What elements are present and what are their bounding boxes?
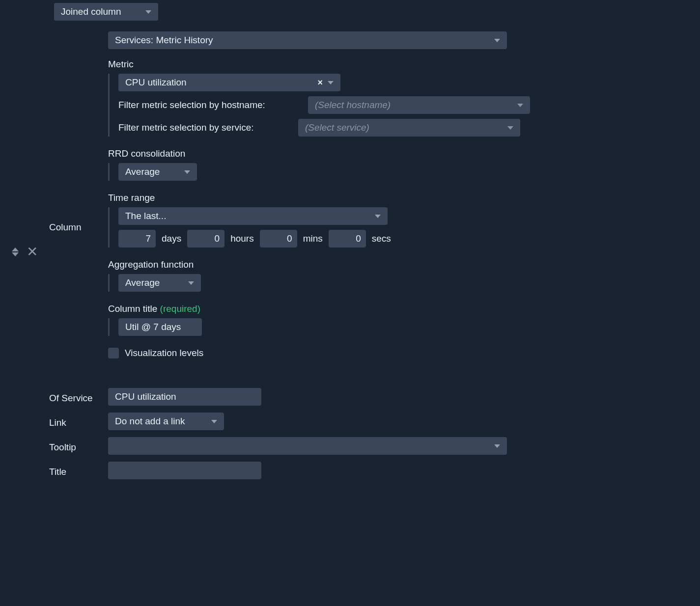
title-input[interactable] [108,462,261,479]
of-service-label: Of Service [49,390,108,404]
column-title-text: Column title [108,303,160,314]
secs-unit-label: secs [372,233,391,244]
filter-service-select[interactable]: (Select service) [298,119,520,137]
reorder-handle[interactable] [12,248,19,256]
filter-hostname-label: Filter metric selection by hostname: [118,100,301,110]
caret-down-icon [507,126,513,130]
caret-down-icon [494,39,500,42]
time-range-dropdown-label: The last... [125,211,166,221]
tooltip-dropdown[interactable] [108,437,507,455]
metric-value-pill[interactable]: CPU utilization × [118,74,340,91]
caret-down-icon [188,281,194,285]
rrd-section-label: RRD consolidation [108,148,680,159]
filter-service-placeholder: (Select service) [305,122,369,133]
services-dropdown[interactable]: Services: Metric History [108,31,507,49]
time-range-label: Time range [108,193,680,203]
of-service-input[interactable] [108,388,261,406]
clear-metric-icon[interactable]: × [317,78,323,88]
aggregation-value: Average [125,277,160,288]
time-range-dropdown[interactable]: The last... [118,207,388,225]
hours-input[interactable] [187,230,224,248]
link-dropdown[interactable]: Do not add a link [108,413,224,430]
services-dropdown-label: Services: Metric History [115,35,213,46]
close-icon[interactable]: ✕ [27,244,38,260]
filter-hostname-select[interactable]: (Select hostname) [308,96,530,114]
required-marker: (required) [160,303,200,314]
visualization-levels-label: Visualization levels [125,348,203,358]
hours-unit-label: hours [230,233,254,244]
caret-down-icon [211,420,217,423]
chevron-up-icon [12,248,19,251]
visualization-levels-checkbox[interactable] [108,348,119,358]
joined-column-dropdown[interactable]: Joined column [54,3,158,21]
column-title-input[interactable] [118,318,202,336]
caret-down-icon [184,170,190,174]
tooltip-label: Tooltip [49,439,108,453]
rrd-dropdown[interactable]: Average [118,163,197,181]
caret-down-icon [494,444,500,448]
caret-down-icon [328,81,334,84]
aggregation-label: Aggregation function [108,259,680,270]
caret-down-icon [145,10,151,14]
column-side-label: Column [49,219,108,233]
secs-input[interactable] [329,230,366,248]
aggregation-dropdown[interactable]: Average [118,274,201,292]
mins-unit-label: mins [303,233,323,244]
filter-hostname-placeholder: (Select hostname) [315,100,391,110]
title-label: Title [49,464,108,477]
joined-column-label: Joined column [61,6,121,17]
caret-down-icon [375,215,381,218]
link-label: Link [49,414,108,428]
days-input[interactable] [118,230,156,248]
chevron-down-icon [12,252,19,256]
filter-service-label: Filter metric selection by service: [118,122,291,133]
link-value: Do not add a link [115,416,185,427]
metric-value-text: CPU utilization [125,77,187,88]
mins-input[interactable] [260,230,297,248]
column-title-label: Column title (required) [108,303,680,314]
days-unit-label: days [162,233,181,244]
metric-section-label: Metric [108,59,680,70]
caret-down-icon [517,104,523,107]
rrd-value: Average [125,166,160,177]
